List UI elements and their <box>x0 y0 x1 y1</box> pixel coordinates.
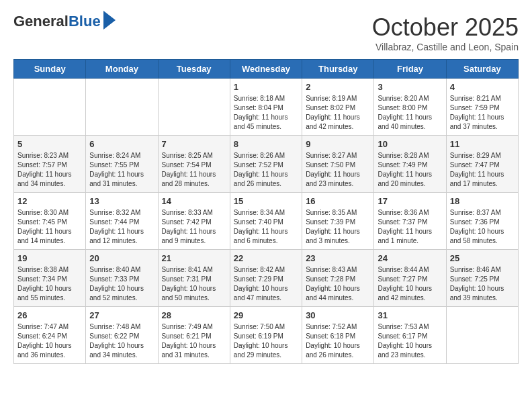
header-row: SundayMondayTuesdayWednesdayThursdayFrid… <box>14 60 519 79</box>
day-number: 24 <box>378 253 442 263</box>
day-number: 9 <box>306 139 370 149</box>
cell-info: Sunrise: 7:48 AMSunset: 6:22 PMDaylight:… <box>89 322 154 360</box>
calendar-body: 1Sunrise: 8:18 AMSunset: 8:04 PMDaylight… <box>14 79 519 364</box>
calendar-cell: 3Sunrise: 8:20 AMSunset: 8:00 PMDaylight… <box>374 79 446 136</box>
calendar-cell: 5Sunrise: 8:23 AMSunset: 7:57 PMDaylight… <box>14 136 86 193</box>
week-row-2: 5Sunrise: 8:23 AMSunset: 7:57 PMDaylight… <box>14 136 519 193</box>
calendar-cell: 10Sunrise: 8:28 AMSunset: 7:49 PMDayligh… <box>374 136 446 193</box>
week-row-5: 26Sunrise: 7:47 AMSunset: 6:24 PMDayligh… <box>14 307 519 364</box>
day-number: 31 <box>378 310 442 320</box>
cell-info: Sunrise: 8:25 AMSunset: 7:54 PMDaylight:… <box>162 151 226 189</box>
calendar-cell: 13Sunrise: 8:32 AMSunset: 7:44 PMDayligh… <box>86 193 158 250</box>
day-number: 6 <box>89 139 154 149</box>
header-cell-thursday: Thursday <box>302 60 374 79</box>
week-row-4: 19Sunrise: 8:38 AMSunset: 7:34 PMDayligh… <box>14 250 519 307</box>
day-number: 17 <box>378 196 442 206</box>
day-number: 19 <box>17 253 82 263</box>
calendar-cell <box>14 79 86 136</box>
cell-info: Sunrise: 8:26 AMSunset: 7:52 PMDaylight:… <box>234 151 298 189</box>
cell-info: Sunrise: 8:21 AMSunset: 7:59 PMDaylight:… <box>450 94 515 132</box>
header-cell-friday: Friday <box>374 60 446 79</box>
calendar-cell: 20Sunrise: 8:40 AMSunset: 7:33 PMDayligh… <box>86 250 158 307</box>
calendar-cell: 22Sunrise: 8:42 AMSunset: 7:29 PMDayligh… <box>230 250 302 307</box>
calendar-table: SundayMondayTuesdayWednesdayThursdayFrid… <box>13 59 519 364</box>
cell-info: Sunrise: 8:34 AMSunset: 7:40 PMDaylight:… <box>234 208 298 246</box>
day-number: 25 <box>450 253 515 263</box>
header-cell-saturday: Saturday <box>446 60 518 79</box>
day-number: 8 <box>234 139 298 149</box>
calendar-cell: 31Sunrise: 7:53 AMSunset: 6:17 PMDayligh… <box>374 307 446 364</box>
day-number: 3 <box>378 82 442 92</box>
calendar-cell: 4Sunrise: 8:21 AMSunset: 7:59 PMDaylight… <box>446 79 518 136</box>
calendar-cell <box>446 307 518 364</box>
logo-blue: Blue <box>69 13 101 30</box>
cell-info: Sunrise: 8:46 AMSunset: 7:25 PMDaylight:… <box>450 265 515 303</box>
day-number: 29 <box>234 310 298 320</box>
day-number: 10 <box>378 139 442 149</box>
calendar-cell: 16Sunrise: 8:35 AMSunset: 7:39 PMDayligh… <box>302 193 374 250</box>
week-row-3: 12Sunrise: 8:30 AMSunset: 7:45 PMDayligh… <box>14 193 519 250</box>
cell-info: Sunrise: 8:43 AMSunset: 7:28 PMDaylight:… <box>306 265 370 303</box>
header-cell-sunday: Sunday <box>14 60 86 79</box>
cell-info: Sunrise: 8:23 AMSunset: 7:57 PMDaylight:… <box>17 151 82 189</box>
cell-info: Sunrise: 8:18 AMSunset: 8:04 PMDaylight:… <box>234 94 298 132</box>
day-number: 27 <box>89 310 154 320</box>
location-subtitle: Villabraz, Castille and Leon, Spain <box>372 42 519 52</box>
day-number: 4 <box>450 82 515 92</box>
cell-info: Sunrise: 8:28 AMSunset: 7:49 PMDaylight:… <box>378 151 442 189</box>
day-number: 1 <box>234 82 298 92</box>
cell-info: Sunrise: 7:53 AMSunset: 6:17 PMDaylight:… <box>378 322 442 360</box>
calendar-cell: 26Sunrise: 7:47 AMSunset: 6:24 PMDayligh… <box>14 307 86 364</box>
calendar-cell: 12Sunrise: 8:30 AMSunset: 7:45 PMDayligh… <box>14 193 86 250</box>
cell-info: Sunrise: 8:27 AMSunset: 7:50 PMDaylight:… <box>306 151 370 189</box>
day-number: 12 <box>17 196 82 206</box>
cell-info: Sunrise: 7:50 AMSunset: 6:19 PMDaylight:… <box>234 322 298 360</box>
cell-info: Sunrise: 7:47 AMSunset: 6:24 PMDaylight:… <box>17 322 82 360</box>
day-number: 7 <box>162 139 226 149</box>
day-number: 23 <box>306 253 370 263</box>
cell-info: Sunrise: 8:35 AMSunset: 7:39 PMDaylight:… <box>306 208 370 246</box>
cell-info: Sunrise: 8:19 AMSunset: 8:02 PMDaylight:… <box>306 94 370 132</box>
week-row-1: 1Sunrise: 8:18 AMSunset: 8:04 PMDaylight… <box>14 79 519 136</box>
header-cell-wednesday: Wednesday <box>230 60 302 79</box>
calendar-cell: 14Sunrise: 8:33 AMSunset: 7:42 PMDayligh… <box>158 193 230 250</box>
cell-info: Sunrise: 8:24 AMSunset: 7:55 PMDaylight:… <box>89 151 154 189</box>
cell-info: Sunrise: 8:40 AMSunset: 7:33 PMDaylight:… <box>89 265 154 303</box>
cell-info: Sunrise: 8:44 AMSunset: 7:27 PMDaylight:… <box>378 265 442 303</box>
calendar-cell: 19Sunrise: 8:38 AMSunset: 7:34 PMDayligh… <box>14 250 86 307</box>
logo: GeneralBlue <box>13 13 116 30</box>
calendar-cell: 29Sunrise: 7:50 AMSunset: 6:19 PMDayligh… <box>230 307 302 364</box>
logo-arrow-icon <box>103 11 116 30</box>
day-number: 22 <box>234 253 298 263</box>
cell-info: Sunrise: 8:37 AMSunset: 7:36 PMDaylight:… <box>450 208 515 246</box>
calendar-cell: 6Sunrise: 8:24 AMSunset: 7:55 PMDaylight… <box>86 136 158 193</box>
calendar-cell: 23Sunrise: 8:43 AMSunset: 7:28 PMDayligh… <box>302 250 374 307</box>
calendar-cell: 30Sunrise: 7:52 AMSunset: 6:18 PMDayligh… <box>302 307 374 364</box>
cell-info: Sunrise: 8:29 AMSunset: 7:47 PMDaylight:… <box>450 151 515 189</box>
calendar-cell: 24Sunrise: 8:44 AMSunset: 7:27 PMDayligh… <box>374 250 446 307</box>
day-number: 21 <box>162 253 226 263</box>
cell-info: Sunrise: 8:36 AMSunset: 7:37 PMDaylight:… <box>378 208 442 246</box>
day-number: 13 <box>89 196 154 206</box>
cell-info: Sunrise: 8:32 AMSunset: 7:44 PMDaylight:… <box>89 208 154 246</box>
header-cell-tuesday: Tuesday <box>158 60 230 79</box>
day-number: 20 <box>89 253 154 263</box>
page-header: GeneralBlue October 2025 Villabraz, Cast… <box>13 13 519 52</box>
calendar-cell: 15Sunrise: 8:34 AMSunset: 7:40 PMDayligh… <box>230 193 302 250</box>
calendar-cell: 9Sunrise: 8:27 AMSunset: 7:50 PMDaylight… <box>302 136 374 193</box>
day-number: 14 <box>162 196 226 206</box>
day-number: 15 <box>234 196 298 206</box>
cell-info: Sunrise: 7:49 AMSunset: 6:21 PMDaylight:… <box>162 322 226 360</box>
day-number: 18 <box>450 196 515 206</box>
cell-info: Sunrise: 8:42 AMSunset: 7:29 PMDaylight:… <box>234 265 298 303</box>
logo-general: General <box>13 13 69 30</box>
cell-info: Sunrise: 7:52 AMSunset: 6:18 PMDaylight:… <box>306 322 370 360</box>
header-cell-monday: Monday <box>86 60 158 79</box>
calendar-cell: 7Sunrise: 8:25 AMSunset: 7:54 PMDaylight… <box>158 136 230 193</box>
day-number: 30 <box>306 310 370 320</box>
day-number: 11 <box>450 139 515 149</box>
cell-info: Sunrise: 8:33 AMSunset: 7:42 PMDaylight:… <box>162 208 226 246</box>
calendar-cell: 25Sunrise: 8:46 AMSunset: 7:25 PMDayligh… <box>446 250 518 307</box>
calendar-cell: 11Sunrise: 8:29 AMSunset: 7:47 PMDayligh… <box>446 136 518 193</box>
cell-info: Sunrise: 8:30 AMSunset: 7:45 PMDaylight:… <box>17 208 82 246</box>
